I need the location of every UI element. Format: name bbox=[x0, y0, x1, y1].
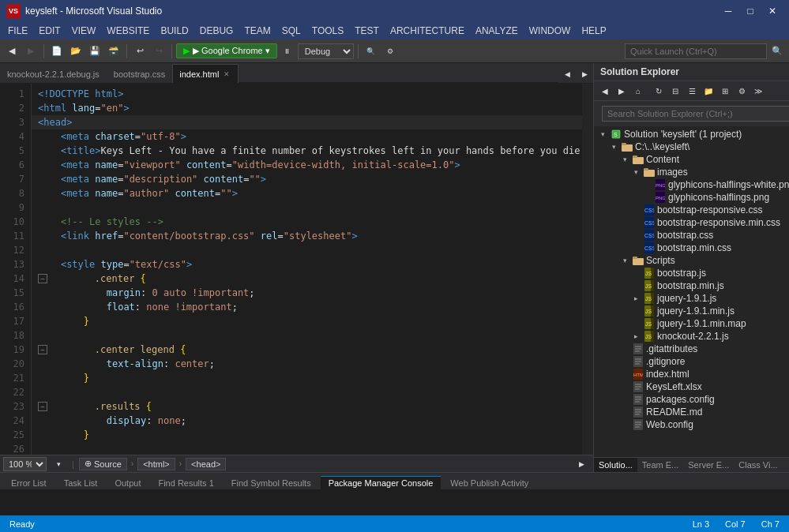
tree-item-14[interactable]: JSjquery-1.9.1.min.js bbox=[594, 305, 789, 317]
se-tab-server[interactable]: Server E... bbox=[683, 458, 734, 472]
fold-marker-19[interactable]: − bbox=[38, 345, 47, 354]
zoom-select[interactable]: 100 % 75 % 125 % bbox=[3, 457, 47, 471]
bottom-tab-pkg[interactable]: Package Manager Console bbox=[321, 476, 441, 489]
code-line-14[interactable]: − .center { bbox=[32, 272, 582, 286]
run-button[interactable]: ▶ ▶ Google Chrome ▾ bbox=[176, 43, 277, 58]
save-button[interactable]: 💾 bbox=[86, 43, 103, 60]
code-line-15[interactable]: margin: 0 auto !important; bbox=[32, 286, 582, 300]
tree-expander-2[interactable]: ▾ bbox=[619, 154, 630, 165]
tree-expander-13[interactable]: ▸ bbox=[630, 293, 641, 304]
bottom-tab-tasks[interactable]: Task List bbox=[56, 476, 106, 489]
attach-button[interactable]: ⏸ bbox=[279, 43, 296, 60]
code-line-16[interactable]: float: none !important; bbox=[32, 300, 582, 314]
tree-item-12[interactable]: JSbootstrap.min.js bbox=[594, 279, 789, 292]
menu-sql[interactable]: SQL bbox=[277, 24, 306, 38]
bottom-tab-find1[interactable]: Find Results 1 bbox=[150, 476, 221, 489]
breadcrumb-nav-right[interactable]: ▶ bbox=[573, 455, 590, 473]
debug-dropdown[interactable]: Debug Release bbox=[298, 43, 354, 59]
editor-scroll-left[interactable]: ◀ bbox=[558, 66, 576, 83]
tree-item-5[interactable]: PNGglyphicons-halflings.png bbox=[594, 191, 789, 204]
tree-item-6[interactable]: CSSbootstrap-responsive.css bbox=[594, 204, 789, 216]
menu-architecture[interactable]: ARCHITECTURE bbox=[385, 24, 469, 38]
code-line-26[interactable] bbox=[32, 442, 582, 455]
zoom-adjust-button[interactable]: ▾ bbox=[50, 455, 67, 473]
back-button[interactable]: ◀ bbox=[3, 43, 21, 60]
save-all-button[interactable]: 🗃️ bbox=[105, 43, 122, 60]
tab-knockout[interactable]: knockout-2.2.1.debug.js bbox=[0, 64, 107, 83]
se-filter-button[interactable]: ⊞ bbox=[717, 83, 733, 99]
tree-item-13[interactable]: ▸JSjquery-1.9.1.js bbox=[594, 292, 789, 305]
tree-item-3[interactable]: ▾images bbox=[594, 166, 789, 178]
code-line-4[interactable]: <meta charset="utf-8"> bbox=[32, 129, 582, 144]
tree-item-19[interactable]: HTMindex.html bbox=[594, 368, 789, 380]
tree-item-8[interactable]: CSSbootstrap.css bbox=[594, 229, 789, 242]
close-button[interactable]: ✕ bbox=[762, 3, 783, 19]
tree-item-1[interactable]: ▾C:\..\keysleft\ bbox=[594, 140, 789, 153]
quick-launch-search-icon[interactable]: 🔍 bbox=[768, 43, 786, 60]
tree-item-23[interactable]: Web.config bbox=[594, 418, 789, 431]
maximize-button[interactable]: □ bbox=[740, 3, 761, 19]
tree-item-16[interactable]: ▸JSknockout-2.2.1.js bbox=[594, 330, 789, 343]
se-back-button[interactable]: ◀ bbox=[597, 83, 613, 99]
code-line-3[interactable]: <head> bbox=[32, 115, 582, 129]
tree-item-2[interactable]: ▾Content bbox=[594, 153, 789, 166]
tree-expander-3[interactable]: ▾ bbox=[630, 167, 641, 178]
menu-analyze[interactable]: ANALYZE bbox=[471, 24, 523, 38]
se-more-button[interactable]: ≫ bbox=[750, 83, 766, 99]
fold-marker-14[interactable]: − bbox=[38, 274, 47, 283]
bottom-tab-publish[interactable]: Web Publish Activity bbox=[442, 476, 536, 489]
redo-button[interactable]: ↪ bbox=[150, 43, 167, 60]
tree-expander-1[interactable]: ▾ bbox=[608, 141, 619, 152]
toolbar-extra1[interactable]: 🔍 bbox=[363, 43, 380, 60]
tree-item-11[interactable]: JSbootstrap.js bbox=[594, 267, 789, 279]
code-line-18[interactable] bbox=[32, 328, 582, 343]
menu-window[interactable]: WINDOW bbox=[524, 24, 576, 38]
code-line-6[interactable]: <meta name="viewport" content="width=dev… bbox=[32, 158, 582, 172]
code-line-2[interactable]: <html lang="en"> bbox=[32, 101, 582, 115]
menu-team[interactable]: TEAM bbox=[239, 24, 275, 38]
se-collapse-button[interactable]: ⊟ bbox=[667, 83, 683, 99]
bottom-tab-findsym[interactable]: Find Symbol Results bbox=[224, 476, 319, 489]
code-area[interactable]: <!DOCTYPE html><html lang="en"><head> <m… bbox=[32, 84, 582, 455]
quick-launch-input[interactable] bbox=[625, 43, 767, 59]
editor-scroll-right[interactable]: ▶ bbox=[576, 66, 593, 83]
code-line-24[interactable]: display: none; bbox=[32, 414, 582, 428]
code-line-10[interactable]: <!-- Le styles --> bbox=[32, 215, 582, 229]
se-properties-button[interactable]: ☰ bbox=[684, 83, 700, 99]
code-line-17[interactable]: } bbox=[32, 314, 582, 328]
code-line-7[interactable]: <meta name="description" content=""> bbox=[32, 172, 582, 186]
forward-button[interactable]: ▶ bbox=[22, 43, 39, 60]
bottom-tab-errors[interactable]: Error List bbox=[3, 476, 54, 489]
code-line-19[interactable]: − .center legend { bbox=[32, 343, 582, 357]
code-line-21[interactable]: } bbox=[32, 371, 582, 385]
tree-expander-10[interactable]: ▾ bbox=[619, 255, 630, 266]
code-line-12[interactable] bbox=[32, 243, 582, 257]
status-col[interactable]: Col 7 bbox=[722, 519, 749, 529]
menu-test[interactable]: TEST bbox=[350, 24, 384, 38]
code-line-23[interactable]: − .results { bbox=[32, 399, 582, 414]
undo-button[interactable]: ↩ bbox=[131, 43, 148, 60]
tree-item-10[interactable]: ▾Scripts bbox=[594, 254, 789, 267]
code-line-13[interactable]: <style type="text/css"> bbox=[32, 257, 582, 272]
menu-website[interactable]: WEBSITE bbox=[102, 24, 154, 38]
tree-item-4[interactable]: PNGglyphicons-halflings-white.png bbox=[594, 178, 789, 191]
open-button[interactable]: 📂 bbox=[67, 43, 85, 60]
code-line-8[interactable]: <meta name="author" content=""> bbox=[32, 186, 582, 200]
code-line-25[interactable]: } bbox=[32, 428, 582, 442]
breadcrumb-head[interactable]: <head> bbox=[186, 458, 226, 470]
menu-view[interactable]: VIEW bbox=[67, 24, 101, 38]
se-home-button[interactable]: ⌂ bbox=[630, 83, 646, 99]
tree-item-15[interactable]: JSjquery-1.9.1.min.map bbox=[594, 317, 789, 330]
code-line-22[interactable] bbox=[32, 385, 582, 399]
se-show-files-button[interactable]: 📁 bbox=[701, 83, 716, 99]
se-settings-button[interactable]: ⚙ bbox=[734, 83, 750, 99]
code-line-11[interactable]: <link href="content/bootstrap.css" rel="… bbox=[32, 229, 582, 243]
tree-item-21[interactable]: packages.config bbox=[594, 393, 789, 406]
menu-debug[interactable]: DEBUG bbox=[195, 24, 239, 38]
tab-index-html[interactable]: index.html ✕ bbox=[172, 64, 239, 83]
breadcrumb-html[interactable]: <html> bbox=[137, 458, 175, 470]
tree-expander-0[interactable]: ▾ bbox=[597, 129, 608, 140]
tab-bootstrap-css[interactable]: bootstrap.css bbox=[107, 64, 172, 83]
se-forward-button[interactable]: ▶ bbox=[614, 83, 629, 99]
menu-build[interactable]: BUILD bbox=[156, 24, 193, 38]
